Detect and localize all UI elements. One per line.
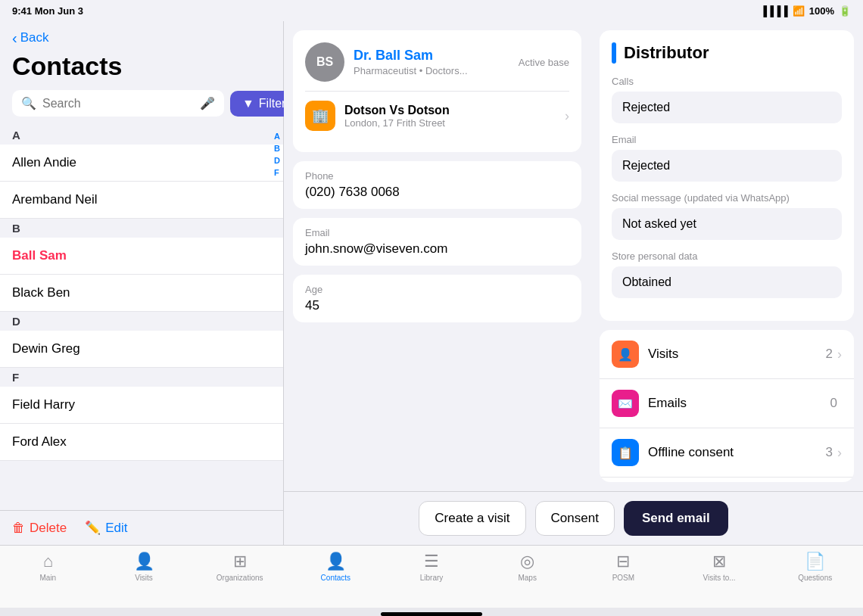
list-item[interactable]: Allen Andie [0,145,283,182]
age-field: Age 45 [293,275,581,322]
tab-organizations[interactable]: ⊞ Organizations [192,552,288,582]
alpha-index: A B D F [271,126,283,183]
visits-label: Visits [648,347,826,362]
email-dist-label: Email [612,134,842,145]
signal-icon: ▐▐▐▐ [760,5,788,17]
tab-posm-label: POSM [612,574,634,582]
list-item[interactable]: Aremband Neil [0,182,283,219]
visits-chevron-icon: › [837,347,842,362]
section-header-f: F [0,368,283,387]
visits-count: 2 [826,347,833,362]
left-bottom-actions: 🗑 Delete ✏️ Edit [0,510,283,545]
activity-card: 👤 Visits 2 › ✉️ Emails 0 [600,330,854,482]
app-body: ‹ Back Contacts 🔍 🎤 ▼ Filter A Allen And… [0,21,863,545]
offline-consent-icon: 📋 [612,439,639,466]
tab-library[interactable]: ☰ Library [384,552,480,582]
distributor-color-bar [612,42,616,64]
create-visit-button[interactable]: Create a visit [419,501,525,536]
contact-info: Dr. Ball Sam Pharmaceutist • Doctors... [354,48,468,76]
tab-visits[interactable]: 👤 Visits [96,552,192,582]
email-dist-field: Email Rejected [612,134,842,182]
phone-field: Phone (020) 7638 0068 [293,161,581,209]
social-label: Social message (updated via WhatsApp) [612,192,842,204]
tab-maps[interactable]: ◎ Maps [479,552,575,582]
status-indicators: ▐▐▐▐ 📶 100% 🔋 [760,5,851,17]
main-home-icon: ⌂ [43,552,53,571]
status-time: 9:41 Mon Jun 3 [12,5,83,17]
email-card: Email john.snow@viseven.com [293,218,581,266]
posm-icon: ⊟ [616,552,630,571]
filter-label: Filter [259,97,286,110]
alpha-d[interactable]: D [274,156,280,165]
delete-label: Delete [30,521,67,536]
list-item-field-harry[interactable]: Field Harry [0,387,283,424]
list-item-ball-sam[interactable]: Ball Sam [0,238,283,275]
distributor-title: Distributor [624,43,709,63]
calls-value: Rejected [612,92,842,123]
list-item[interactable]: Black Ben [0,275,283,312]
tab-main[interactable]: ⌂ Main [0,552,96,582]
org-info: Dotson Vs Dotson London, 17 Frith Street [344,104,556,129]
email-label: Email [305,227,569,238]
offline-consent-row[interactable]: 📋 Offline consent 3 › [600,428,854,478]
organization-row[interactable]: 🏢 Dotson Vs Dotson London, 17 Frith Stre… [305,91,569,140]
back-chevron-icon: ‹ [12,30,17,45]
list-item[interactable]: Ford Alex [0,424,283,461]
contacts-list-container: A Allen Andie Aremband Neil B Ball Sam B… [0,126,283,510]
phone-card: Phone (020) 7638 0068 [293,161,581,209]
contact-header-top: BS Dr. Ball Sam Pharmaceutist • Doctors.… [305,42,569,82]
visits-row[interactable]: 👤 Visits 2 › [600,330,854,379]
bottom-actions: Create a visit Consent Send email [284,491,863,545]
tab-library-label: Library [420,574,444,582]
tab-organizations-label: Organizations [217,574,263,582]
edit-label: Edit [105,521,127,536]
org-icon: 🏢 [305,101,335,131]
tab-main-label: Main [39,574,56,582]
emails-label: Emails [648,396,830,411]
organizations-icon: ⊞ [233,552,247,571]
org-building-icon: 🏢 [312,107,329,124]
alpha-f[interactable]: F [274,168,280,177]
delete-button[interactable]: 🗑 Delete [12,520,67,536]
list-item[interactable]: Dewin Greg [0,331,283,368]
send-email-button[interactable]: Send email [624,501,728,536]
contact-header-card: BS Dr. Ball Sam Pharmaceutist • Doctors.… [293,30,581,152]
emails-row[interactable]: ✉️ Emails 0 [600,379,854,428]
battery-label: 100% [809,5,834,17]
filter-icon: ▼ [242,97,254,110]
calls-label: Calls [612,76,842,87]
home-indicator [381,612,482,616]
phone-value: (020) 7638 0068 [305,185,569,200]
visits-person-icon: 👤 [618,347,633,362]
back-button[interactable]: ‹ Back [0,21,283,48]
org-chevron-icon: › [565,108,569,124]
visits-tab-icon: 👤 [134,552,154,571]
tab-contacts[interactable]: 👤 Contacts [288,552,384,582]
offline-doc-icon: 📋 [618,446,633,460]
social-field: Social message (updated via WhatsApp) No… [612,192,842,240]
consent-button[interactable]: Consent [535,501,615,536]
section-header-b: B [0,219,283,238]
tab-posm[interactable]: ⊟ POSM [575,552,671,582]
avatar: BS [305,42,344,82]
contacts-title: Contacts [0,48,283,90]
delete-icon: 🗑 [12,521,25,536]
search-input[interactable] [42,97,194,110]
edit-icon: ✏️ [85,520,101,536]
visits-icon: 👤 [612,341,639,368]
alpha-b[interactable]: B [274,144,280,153]
edit-button[interactable]: ✏️ Edit [85,520,127,536]
alpha-a[interactable]: A [274,132,280,141]
tab-visits-label: Visits [135,574,153,582]
offline-chevron-icon: › [837,445,842,461]
distributor-header: Distributor [612,42,842,64]
questions-tab-icon: 📄 [805,552,825,571]
tab-visits-to[interactable]: ⊠ Visits to... [671,552,768,582]
maps-icon: ◎ [520,552,534,571]
email-envelope-icon: ✉️ [618,397,633,411]
tab-questions[interactable]: 📄 Questions [767,552,863,582]
questions-row[interactable]: ❓ Questions 3 › [600,478,854,482]
tab-visits-to-label: Visits to... [703,574,735,582]
calls-field: Calls Rejected [612,76,842,123]
age-value: 45 [305,298,569,313]
